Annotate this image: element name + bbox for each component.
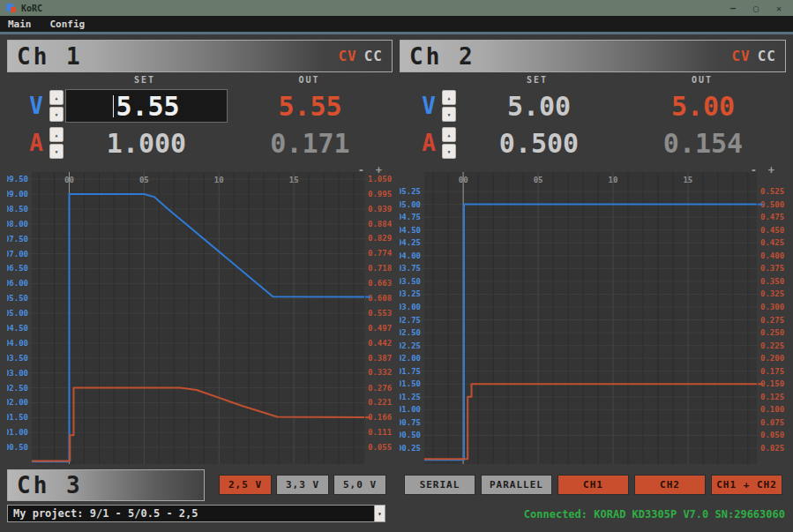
- ch1-voltage-out-value: 5.55: [228, 91, 393, 122]
- svg-text:01.00: 01.00: [7, 428, 28, 437]
- ch2-voltage-out-value: 5.00: [620, 91, 786, 122]
- channel-1-panel: Ch 1 CVCC SET OUT V ▲ ▼ 5.55 5.55 A ▲ ▼ …: [7, 40, 393, 466]
- preset-2-5-v-button[interactable]: 2,5 V: [219, 475, 272, 495]
- tracking-serial-button[interactable]: SERIAL: [404, 475, 475, 495]
- svg-text:03.75: 03.75: [400, 264, 421, 273]
- minimize-button[interactable]: –: [726, 4, 740, 13]
- stepper-down-icon[interactable]: ▼: [442, 144, 456, 159]
- ch1-current-out-value: 0.171: [228, 128, 393, 159]
- svg-text:0.884: 0.884: [368, 220, 393, 229]
- svg-text:0.100: 0.100: [760, 405, 784, 414]
- window-title: KoRC: [21, 4, 42, 13]
- svg-text:0.525: 0.525: [760, 187, 784, 196]
- svg-text:0.050: 0.050: [760, 431, 784, 439]
- svg-text:04.50: 04.50: [400, 226, 421, 235]
- ch-1-zoom-out-button[interactable]: -: [358, 164, 364, 176]
- svg-text:10: 10: [609, 176, 618, 184]
- ch1-current-set-value: 1.000: [107, 128, 186, 159]
- ch2-voltage-set-input[interactable]: 5.00: [458, 89, 620, 123]
- channel-1-title: Ch 1: [8, 43, 83, 70]
- ch-2-zoom-out-button[interactable]: -: [751, 164, 757, 176]
- svg-text:0.125: 0.125: [760, 393, 784, 401]
- svg-text:0.350: 0.350: [760, 277, 784, 286]
- ch2-current-stepper: ▲ ▼: [442, 127, 456, 159]
- svg-text:02.75: 02.75: [400, 316, 421, 325]
- menu-main[interactable]: Main: [0, 19, 42, 30]
- svg-text:0.175: 0.175: [760, 367, 784, 376]
- svg-text:0.500: 0.500: [760, 200, 784, 209]
- ch1-current-stepper: ▲ ▼: [49, 127, 64, 159]
- svg-text:0.425: 0.425: [760, 238, 784, 247]
- stepper-down-icon[interactable]: ▼: [442, 107, 456, 122]
- svg-text:0.663: 0.663: [368, 279, 392, 288]
- svg-text:0.325: 0.325: [760, 289, 784, 298]
- svg-text:00: 00: [64, 176, 74, 184]
- channel-3-header: Ch 3: [7, 469, 205, 501]
- svg-text:03.50: 03.50: [7, 354, 28, 363]
- voltage-unit-label: V: [25, 93, 48, 119]
- korc-window: KoRC – ▢ ✕ Main Config Ch 1 CVCC SET OUT…: [0, 0, 793, 532]
- svg-text:04.00: 04.00: [7, 339, 28, 348]
- svg-text:0.608: 0.608: [368, 294, 392, 303]
- accent-strip: [0, 32, 793, 34]
- channel-2-current-row: A ▲ ▼ 0.500 0.154: [400, 125, 786, 161]
- stepper-up-icon[interactable]: ▲: [49, 127, 64, 142]
- svg-text:02.50: 02.50: [400, 328, 421, 337]
- ch-2-zoom-in-button[interactable]: +: [768, 164, 774, 176]
- svg-text:01.00: 01.00: [400, 405, 421, 414]
- svg-text:0.475: 0.475: [760, 213, 784, 221]
- stepper-down-icon[interactable]: ▼: [49, 107, 64, 122]
- svg-text:0.387: 0.387: [368, 354, 392, 363]
- close-button[interactable]: ✕: [772, 4, 786, 13]
- svg-text:01.50: 01.50: [400, 379, 421, 388]
- tracking-ch1-button[interactable]: CH1: [557, 475, 629, 495]
- svg-text:05: 05: [534, 176, 543, 184]
- channel-2-voltage-row: V ▲ ▼ 5.00 5.00: [400, 88, 786, 124]
- stepper-up-icon[interactable]: ▲: [442, 127, 456, 142]
- text-caret: [113, 95, 114, 117]
- svg-text:01.75: 01.75: [400, 367, 421, 376]
- stepper-up-icon[interactable]: ▲: [442, 90, 456, 105]
- dropdown-arrow-icon[interactable]: ▾: [374, 506, 385, 521]
- maximize-button[interactable]: ▢: [749, 4, 763, 13]
- svg-text:0.275: 0.275: [760, 316, 784, 325]
- chart-canvas-ch-2[interactable]: 0005101505.2505.0004.7504.5004.2504.0003…: [400, 166, 785, 466]
- svg-text:0.055: 0.055: [368, 443, 392, 452]
- stepper-up-icon[interactable]: ▲: [49, 90, 64, 105]
- svg-text:07.50: 07.50: [7, 235, 28, 244]
- svg-text:0.250: 0.250: [760, 328, 784, 337]
- preset-3-3-v-button[interactable]: 3,3 V: [276, 475, 329, 495]
- svg-text:05: 05: [139, 176, 149, 184]
- chart-canvas-ch-1[interactable]: 0005101509.5009.0008.5008.0007.5007.0006…: [7, 166, 393, 466]
- svg-text:02.00: 02.00: [7, 398, 28, 407]
- ch2-current-set-value: 0.500: [499, 128, 579, 159]
- preset-5-0-v-button[interactable]: 5,0 V: [333, 475, 386, 495]
- ch2-current-set-input[interactable]: 0.500: [458, 126, 620, 160]
- svg-text:0.497: 0.497: [368, 324, 392, 333]
- channel-1-column-labels: SET OUT: [7, 75, 393, 87]
- svg-text:0.025: 0.025: [760, 444, 784, 453]
- svg-text:09.00: 09.00: [7, 190, 28, 199]
- svg-text:0.829: 0.829: [368, 234, 392, 243]
- ch1-chart: 0005101509.5009.0008.5008.0007.5007.0006…: [7, 166, 393, 466]
- svg-text:0.995: 0.995: [368, 190, 392, 199]
- current-unit-label: A: [417, 130, 440, 156]
- menu-config[interactable]: Config: [42, 19, 96, 30]
- ch1-current-set-input[interactable]: 1.000: [65, 126, 228, 160]
- svg-text:0.300: 0.300: [760, 303, 784, 311]
- svg-text:03.00: 03.00: [7, 369, 28, 378]
- tracking-parallel-button[interactable]: PARALLEL: [481, 475, 552, 495]
- channel-1-voltage-row: V ▲ ▼ 5.55 5.55: [7, 88, 393, 124]
- ch-1-zoom-in-button[interactable]: +: [376, 164, 382, 176]
- stepper-down-icon[interactable]: ▼: [49, 144, 64, 159]
- tracking-ch2-button[interactable]: CH2: [634, 475, 706, 495]
- connection-status: Connected: KORAD KD3305P V7.0 SN:2966306…: [524, 508, 785, 521]
- project-select-value: My project: 9/1 - 5/0.5 - 2,5: [8, 507, 374, 520]
- set-column-label: SET: [64, 75, 226, 85]
- svg-text:04.50: 04.50: [7, 324, 28, 333]
- tracking-ch1-ch2-button[interactable]: CH1 + CH2: [711, 475, 782, 495]
- svg-text:0.400: 0.400: [760, 251, 784, 260]
- channel-2-column-labels: SET OUT: [400, 75, 786, 87]
- project-select[interactable]: My project: 9/1 - 5/0.5 - 2,5 ▾: [7, 505, 385, 522]
- ch1-voltage-set-input[interactable]: 5.55: [65, 89, 228, 123]
